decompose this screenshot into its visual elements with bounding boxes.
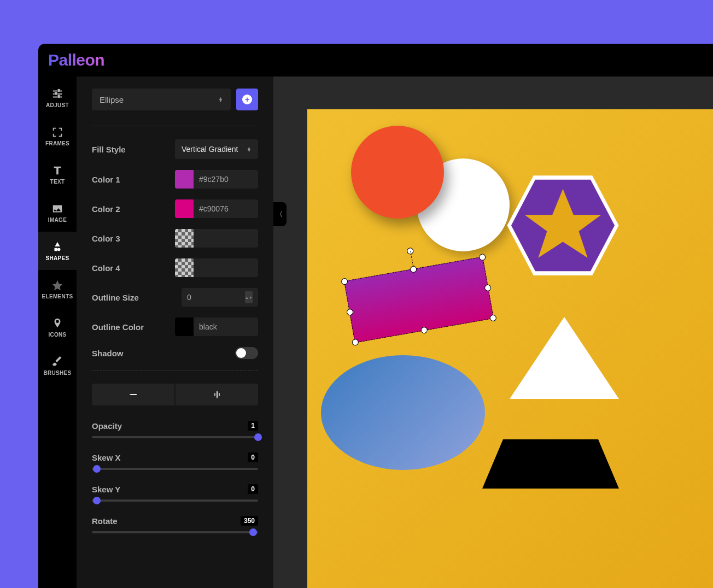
color4-label: Color 4 — [92, 263, 175, 273]
sidebar-item-text[interactable]: TEXT — [38, 155, 77, 193]
slider-thumb[interactable] — [254, 433, 262, 441]
sidebar-item-label: ICONS — [48, 332, 66, 338]
opacity-value: 1 — [248, 421, 258, 431]
outline-size-input[interactable]: 0 ▲▼ — [182, 288, 258, 307]
sidebar-item-shapes[interactable]: SHAPES — [38, 232, 77, 270]
sidebar-item-frames[interactable]: FRAMES — [38, 117, 77, 155]
color2-input[interactable]: #c90076 — [175, 199, 258, 218]
align-vertical-button[interactable] — [176, 384, 258, 405]
color4-input[interactable] — [175, 258, 258, 277]
skewx-label: Skew X — [92, 453, 121, 462]
frames-icon — [51, 126, 63, 138]
resize-handle[interactable] — [346, 308, 354, 316]
plus-icon: + — [242, 95, 252, 104]
outline-color-label: Outline Color — [92, 322, 175, 332]
skewx-slider[interactable] — [92, 468, 258, 470]
shape-rectangle-selected[interactable] — [340, 249, 493, 347]
brush-icon — [51, 356, 63, 368]
outline-size-value: 0 — [187, 293, 191, 302]
align-vertical-icon — [213, 390, 221, 399]
sidebar-item-icons[interactable]: ICONS — [38, 308, 77, 346]
fill-style-value: Vertical Gradient — [182, 145, 238, 154]
resize-handle[interactable] — [484, 284, 492, 291]
skewx-value: 0 — [248, 452, 258, 462]
sidebar-item-label: IMAGE — [48, 217, 67, 223]
align-horizontal-button[interactable] — [92, 384, 174, 405]
rotate-slider[interactable] — [92, 531, 258, 533]
shapes-icon — [51, 241, 63, 253]
fill-style-label: Fill Style — [92, 145, 175, 154]
opacity-label: Opacity — [92, 421, 122, 431]
shape-trapezoid-black[interactable] — [482, 439, 619, 489]
sidebar-item-brushes[interactable]: BRUSHES — [38, 346, 77, 385]
color4-swatch — [175, 258, 194, 277]
shadow-toggle[interactable] — [235, 347, 258, 359]
shape-circle-red[interactable] — [351, 126, 444, 219]
outline-color-swatch — [175, 317, 194, 336]
chevron-updown-icon: ▲▼ — [218, 97, 223, 102]
text-icon — [51, 164, 63, 177]
toggle-knob — [236, 348, 246, 358]
sidebar-item-adjust[interactable]: ADJUST — [38, 79, 77, 117]
selection-box — [344, 256, 494, 343]
pin-icon — [51, 317, 63, 330]
topbar: Palleon — [38, 44, 713, 77]
canvas-area: 〈 — [273, 77, 713, 588]
properties-panel: Ellipse ▲▼ + Fill Style Vertical Gradien… — [77, 77, 273, 588]
color1-swatch — [175, 170, 194, 189]
divider — [92, 126, 258, 126]
align-horizontal-icon — [129, 390, 138, 399]
outline-color-value: black — [194, 322, 217, 331]
shape-ellipse-blue[interactable] — [321, 355, 485, 470]
rotate-label: Rotate — [92, 516, 118, 526]
svg-point-0 — [55, 206, 56, 208]
main: ADJUST FRAMES TEXT IMAGE SHAPES ELEMENTS — [38, 77, 713, 588]
shape-type-value: Ellipse — [100, 95, 124, 104]
skewy-slider[interactable] — [92, 499, 258, 502]
color2-value: #c90076 — [194, 204, 229, 213]
outline-color-input[interactable]: black — [175, 317, 258, 336]
star-icon — [51, 279, 63, 291]
divider — [92, 370, 258, 371]
app-window: Palleon ADJUST FRAMES TEXT IMAGE SHAPES — [38, 44, 713, 588]
color3-label: Color 3 — [92, 234, 175, 243]
shape-triangle-white[interactable] — [510, 317, 619, 399]
sidebar-item-elements[interactable]: ELEMENTS — [38, 270, 77, 308]
adjust-icon — [51, 88, 63, 100]
sidebar-item-label: ELEMENTS — [42, 293, 73, 299]
collapse-panel-button[interactable]: 〈 — [273, 202, 287, 226]
color1-value: #9c27b0 — [194, 175, 229, 184]
shape-hexagon-star[interactable] — [504, 172, 622, 279]
color3-input[interactable] — [175, 229, 258, 248]
spinner-icon[interactable]: ▲▼ — [245, 291, 253, 303]
color3-swatch — [175, 229, 194, 248]
image-icon — [51, 203, 63, 215]
shape-type-select[interactable]: Ellipse ▲▼ — [92, 89, 231, 110]
slider-thumb[interactable] — [93, 465, 101, 473]
outline-size-label: Outline Size — [92, 293, 182, 302]
resize-handle[interactable] — [420, 326, 428, 334]
add-shape-button[interactable]: + — [236, 89, 258, 110]
resize-handle[interactable] — [489, 314, 497, 322]
sidebar-item-label: BRUSHES — [44, 370, 72, 376]
color2-swatch — [175, 199, 194, 218]
canvas[interactable] — [307, 109, 713, 588]
shadow-label: Shadow — [92, 349, 235, 358]
resize-handle[interactable] — [341, 278, 348, 285]
chevron-updown-icon: ▲▼ — [247, 147, 252, 152]
sidebar-item-label: TEXT — [50, 179, 65, 185]
fill-style-select[interactable]: Vertical Gradient ▲▼ — [175, 139, 258, 159]
resize-handle[interactable] — [410, 266, 417, 273]
opacity-slider[interactable] — [92, 436, 258, 438]
skewy-value: 0 — [248, 484, 258, 494]
color1-input[interactable]: #9c27b0 — [175, 170, 258, 189]
slider-thumb[interactable] — [249, 528, 257, 536]
skewy-label: Skew Y — [92, 485, 120, 494]
app-logo: Palleon — [48, 51, 104, 69]
color1-label: Color 1 — [92, 175, 175, 184]
resize-handle[interactable] — [352, 338, 359, 346]
sidebar-item-image[interactable]: IMAGE — [38, 193, 77, 232]
resize-handle[interactable] — [478, 254, 486, 261]
slider-thumb[interactable] — [93, 497, 101, 504]
chevron-left-icon: 〈 — [276, 210, 283, 219]
